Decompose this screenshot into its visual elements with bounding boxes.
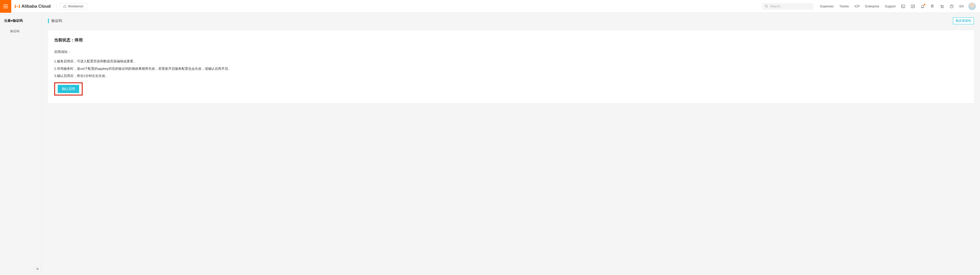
confirm-enable-button[interactable]: 确认启用	[58, 85, 79, 93]
status-card: 当前状态：停用 启用须知： 1.服务启用后，可进入配置页面和数据页面编辑或查看。…	[48, 30, 974, 103]
nav-expenses[interactable]: Expenses	[820, 5, 834, 8]
svg-point-3	[765, 5, 767, 7]
notice-item: 2.停用服务时，该uid下配置的appkey对应的验证码防御效果都将失效，若重新…	[54, 65, 968, 73]
page-header: 验证码 购买资源包	[42, 13, 980, 27]
search-input[interactable]	[770, 5, 811, 8]
notice-item: 1.服务启用后，可进入配置页面和数据页面编辑或查看。	[54, 58, 968, 65]
brand-home-link[interactable]: Alibaba Cloud	[11, 4, 54, 9]
svg-line-4	[767, 7, 768, 8]
home-icon	[63, 5, 67, 8]
hamburger-icon	[3, 5, 8, 8]
notifications-icon[interactable]	[921, 4, 924, 8]
sidebar-collapse-button[interactable]	[35, 266, 40, 272]
top-nav: Expenses Tickets ICP Enterprise Support	[820, 5, 896, 8]
main-content: 验证码 购买资源包 当前状态：停用 启用须知： 1.服务启用后，可进入配置页面和…	[42, 13, 980, 275]
nav-tickets[interactable]: Tickets	[839, 5, 849, 8]
cloudshell-icon[interactable]	[901, 4, 905, 8]
workbench-label: Workbench	[68, 5, 83, 8]
brand-name: Alibaba Cloud	[21, 4, 51, 9]
cart-icon[interactable]	[940, 4, 944, 8]
top-icon-tray	[901, 4, 954, 8]
page-title: 验证码	[48, 19, 62, 23]
sidebar: 云盾●验证码 验证码	[0, 13, 42, 275]
workbench-button[interactable]: Workbench	[59, 3, 87, 10]
avatar[interactable]	[968, 3, 976, 10]
screenshot-icon[interactable]	[911, 4, 915, 8]
help-icon[interactable]	[950, 4, 954, 8]
notice-list: 1.服务启用后，可进入配置页面和数据页面编辑或查看。 2.停用服务时，该uid下…	[54, 58, 968, 80]
svg-point-8	[941, 7, 942, 8]
svg-point-11	[951, 7, 952, 7]
nav-enterprise[interactable]: Enterprise	[865, 5, 880, 8]
nav-support[interactable]: Support	[885, 5, 896, 8]
current-status: 当前状态：停用	[54, 38, 968, 43]
svg-rect-5	[902, 5, 905, 8]
topbar: Alibaba Cloud Workbench Expenses Tickets…	[0, 0, 980, 13]
status-value: 停用	[75, 38, 83, 42]
confirm-highlight-box: 确认启用	[54, 82, 83, 96]
notice-heading: 启用须知：	[54, 50, 968, 54]
language-switch[interactable]: EN	[959, 5, 964, 8]
divider	[57, 3, 57, 9]
buy-resource-button[interactable]: 购买资源包	[953, 18, 974, 24]
menu-toggle-button[interactable]	[0, 0, 11, 13]
collapse-icon	[36, 268, 39, 270]
nav-icp[interactable]: ICP	[854, 5, 860, 8]
notice-item: 3.确认启用后，将在2分钟左右生效。	[54, 72, 968, 80]
status-label: 当前状态：	[54, 38, 75, 42]
alibaba-cloud-logo-icon	[15, 5, 20, 8]
sidebar-title: 云盾●验证码	[0, 18, 41, 27]
resource-icon[interactable]	[930, 4, 934, 8]
app-shell: 云盾●验证码 验证码 验证码 购买资源包 当前状态：停用 启用须知： 1.服务启…	[0, 13, 980, 275]
search-icon	[765, 5, 768, 8]
svg-point-9	[943, 7, 943, 8]
sidebar-item-captcha[interactable]: 验证码	[0, 27, 41, 36]
global-search[interactable]	[762, 3, 813, 10]
notification-dot	[924, 4, 925, 5]
